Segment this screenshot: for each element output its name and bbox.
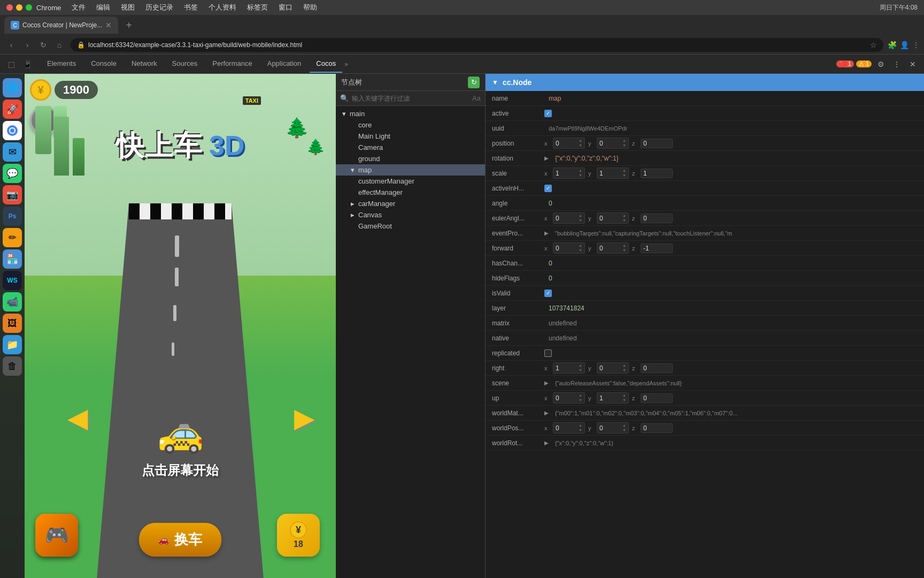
mac-app-finder2[interactable]: 📁 [3, 335, 22, 354]
prop-scene-row[interactable]: scene ▶ {"autoReleaseAssets":false,"depe… [486, 376, 924, 391]
mac-app-wechat[interactable]: 💬 [3, 164, 22, 183]
tab-network[interactable]: Network [125, 56, 164, 73]
prop-forward-z-input[interactable]: -1 [641, 244, 673, 253]
maximize-window-button[interactable] [26, 4, 32, 11]
prop-active-checkbox[interactable]: ✓ [544, 110, 552, 117]
prop-scale-y-input[interactable]: 1 ▲ ▼ [597, 168, 629, 179]
active-tab[interactable]: C Cocos Creator | NewProje... ✕ [4, 17, 118, 34]
devtools-inspect-button[interactable]: ⬚ [4, 57, 18, 71]
prop-up-z-input[interactable]: 0 [641, 393, 673, 403]
tab-elements[interactable]: Elements [41, 56, 82, 73]
properties-collapse-arrow[interactable]: ▼ [492, 79, 498, 86]
more-tabs-button[interactable]: » [344, 60, 348, 68]
tab-application[interactable]: Application [261, 56, 308, 73]
mac-menu-window[interactable]: 窗口 [279, 3, 292, 12]
mac-app-chrome[interactable] [3, 121, 22, 140]
devtools-more-button[interactable]: ⋮ [890, 57, 904, 71]
mac-menu-profile[interactable]: 个人资料 [209, 3, 236, 12]
mac-menu-help[interactable]: 帮助 [303, 3, 317, 12]
game-canvas[interactable]: ¥ 1900 ⚙ TAXI 🌲 🌲 快上车 3D [25, 74, 336, 578]
mac-app-photos[interactable]: 📷 [3, 185, 22, 204]
prop-worldmat-row[interactable]: worldMat... ▶ {"m00":1,"m01":0,"m02":0,"… [486, 406, 924, 421]
mac-app-launchpad[interactable]: 🚀 [3, 100, 22, 119]
profile-icon[interactable]: 👤 [900, 41, 909, 49]
mac-window-controls[interactable] [6, 4, 32, 11]
expand-main-arrow[interactable]: ▾ [340, 110, 348, 118]
devtools-settings-button[interactable]: ⚙ [874, 57, 888, 71]
prop-position-y-spinner[interactable]: ▲ ▼ [622, 139, 626, 148]
tab-close-button[interactable]: ✕ [105, 21, 112, 29]
node-item-camera[interactable]: Camera [336, 142, 485, 153]
prop-position-y-input[interactable]: 0 ▲ ▼ [597, 138, 629, 149]
node-item-ground[interactable]: ground [336, 153, 485, 164]
mac-menu-history[interactable]: 历史记录 [145, 3, 173, 12]
prop-scale-y-spinner[interactable]: ▲ ▼ [622, 169, 626, 178]
node-item-core[interactable]: core [336, 119, 485, 131]
expand-map-arrow[interactable]: ▾ [349, 166, 356, 174]
prop-worldpos-y-input[interactable]: 0 ▲ ▼ [597, 422, 629, 434]
mac-menu-chrome[interactable]: Chrome [36, 4, 61, 12]
prop-rotation-expand-arrow[interactable]: ▶ [544, 155, 549, 161]
forward-button[interactable]: › [20, 38, 34, 52]
prop-eventpro-expand-arrow[interactable]: ▶ [544, 230, 549, 236]
prop-worldmat-expand-arrow[interactable]: ▶ [544, 410, 549, 416]
start-text[interactable]: 点击屏幕开始 [142, 462, 219, 479]
mac-app-ps[interactable]: Ps [3, 207, 22, 226]
prop-isvalid-checkbox[interactable]: ✓ [544, 290, 552, 297]
more-icon[interactable]: ⋮ [912, 41, 920, 49]
mac-app-webstorm[interactable]: WS [3, 271, 22, 290]
node-item-customermanager[interactable]: customerManager [336, 176, 485, 187]
tab-console[interactable]: Console [84, 56, 123, 73]
switch-car-button[interactable]: 🚗 换车 [139, 523, 221, 557]
prop-rotation-row[interactable]: rotation ▶ {"x":0,"y":0,"z":0,"w":1} [486, 151, 924, 166]
mac-app-trash[interactable]: 🗑 [3, 356, 22, 376]
mac-menu-view[interactable]: 视图 [121, 3, 135, 12]
back-button[interactable]: ‹ [4, 38, 18, 52]
node-search-options-icon[interactable]: Aa [472, 94, 481, 102]
mac-menu-edit[interactable]: 编辑 [96, 3, 110, 12]
mac-app-facetime[interactable]: 📹 [3, 292, 22, 311]
prop-scene-expand-arrow[interactable]: ▶ [544, 380, 549, 386]
prop-replicated-checkbox[interactable] [544, 349, 552, 357]
mac-app-sketch[interactable]: ✏ [3, 228, 22, 247]
node-item-mainlight[interactable]: Main Light [336, 131, 485, 142]
spin-up[interactable]: ▲ [579, 139, 582, 143]
node-item-gameroot[interactable]: GameRoot [336, 220, 485, 232]
close-window-button[interactable] [6, 4, 13, 11]
prop-position-z-input[interactable]: 0 [641, 139, 673, 148]
prop-eulerangl-z-input[interactable]: 0 [641, 214, 673, 223]
mac-menu-bookmarks[interactable]: 书签 [184, 3, 198, 12]
prop-scale-x-input[interactable]: 1 ▲ ▼ [553, 168, 585, 179]
mac-app-mail[interactable]: ✉ [3, 142, 22, 162]
prop-up-x-input[interactable]: 0 ▲ ▼ [553, 392, 585, 404]
prop-eulerangl-y-input[interactable]: 0 ▲ ▼ [597, 212, 629, 224]
node-item-map[interactable]: ▾ map [336, 164, 485, 176]
arrow-left-button[interactable]: ◀ [67, 402, 88, 434]
prop-scale-x-spinner[interactable]: ▲ ▼ [579, 169, 582, 178]
node-item-carmanager[interactable]: ▸ carManager [336, 198, 485, 209]
reload-button[interactable]: ↻ [36, 38, 50, 52]
devtools-close-button[interactable]: ✕ [906, 57, 920, 71]
mac-app-finder[interactable]: 🌐 [3, 78, 22, 97]
mac-app-preview[interactable]: 🖼 [3, 314, 22, 333]
tab-cocos[interactable]: Cocos [310, 56, 342, 73]
node-item-canvas[interactable]: ▸ Canvas [336, 209, 485, 220]
mac-menu-tabs[interactable]: 标签页 [247, 3, 268, 12]
prop-eulerangl-x-input[interactable]: 0 ▲ ▼ [553, 212, 585, 224]
prop-right-y-input[interactable]: 0 ▲ ▼ [597, 362, 629, 374]
prop-forward-x-input[interactable]: 0 ▲ ▼ [553, 242, 585, 254]
expand-canvas-arrow[interactable]: ▸ [349, 211, 356, 219]
prop-worldpos-z-input[interactable]: 0 [641, 423, 673, 433]
arrow-right-button[interactable]: ▶ [294, 402, 314, 434]
prop-eventpro-row[interactable]: eventPro... ▶ "bubblingTargets":null,"ca… [486, 226, 924, 241]
prop-activeinh-checkbox[interactable]: ✓ [544, 185, 552, 192]
steering-button[interactable]: 🎮 [35, 514, 78, 557]
extensions-icon[interactable]: 🧩 [888, 41, 897, 49]
prop-position-x-spinner[interactable]: ▲ ▼ [579, 139, 582, 148]
spin-down[interactable]: ▼ [579, 143, 582, 148]
expand-carmanager-arrow[interactable]: ▸ [349, 200, 356, 208]
node-item-effectmanager[interactable]: effectManager [336, 187, 485, 198]
tab-performance[interactable]: Performance [206, 56, 258, 73]
prop-right-x-input[interactable]: 1 ▲ ▼ [553, 362, 585, 374]
spin-up[interactable]: ▲ [622, 139, 626, 143]
